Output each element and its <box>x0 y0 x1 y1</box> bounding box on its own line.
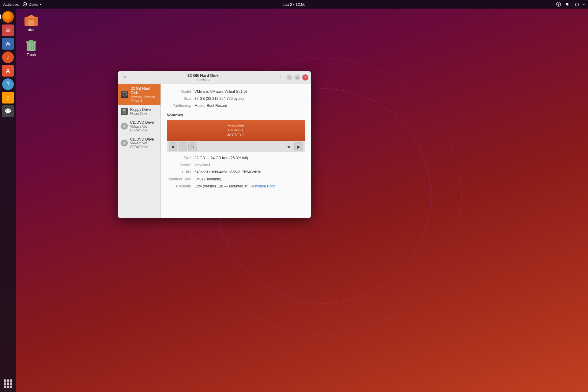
filesystem-root-link[interactable]: Filesystem Root <box>248 184 275 188</box>
cd2-name: CD/DVD Drive <box>130 137 157 141</box>
app-name-label: Disks <box>28 2 38 7</box>
partition-type-value: Linux (Bootable) <box>194 176 221 182</box>
window-body: 32 GB Hard Disk VMware, VMware Virtual S <box>118 84 311 218</box>
dock-icon-writer[interactable]: W <box>2 38 14 50</box>
titlebar-left: ≡ <box>120 73 129 82</box>
desktop-icon-home[interactable]: nick <box>19 11 43 33</box>
dock-icon-firefox[interactable] <box>2 11 14 23</box>
network-icon-svg <box>556 2 561 7</box>
sidebar-item-cd2[interactable]: CD/DVD Drive VMware Virt... CDRW Drive <box>118 135 160 151</box>
network-tray-icon[interactable] <box>556 1 562 7</box>
svg-point-3 <box>558 5 559 6</box>
partition-uuid-value: 548cdd1e-fef9-4e5e-8655-217b540cfb3b <box>194 169 261 175</box>
key-icon <box>190 145 195 149</box>
power-tray-icon[interactable] <box>574 1 580 7</box>
partition-bar[interactable]: Filesystem Partition 1 32 GB Ext4 <box>167 120 305 141</box>
volume-tray-icon[interactable] <box>565 1 571 7</box>
harddisk-text: 32 GB Hard Disk VMware, VMware Virtual S <box>131 86 157 103</box>
main-content: Model VMware, VMware Virtual S (1.0) Siz… <box>161 84 311 218</box>
dock-icon-chat[interactable]: 💬 <box>2 105 14 117</box>
app-menu-button[interactable]: Disks ▾ <box>22 2 41 7</box>
cd1-text: CD/DVD Drive VMware Virt... CDRW Drive <box>130 120 157 132</box>
disks-sidebar: 32 GB Hard Disk VMware, VMware Virtual S <box>118 84 161 218</box>
partition-device-label: Device <box>167 162 194 168</box>
partition-actions: ■ − ★ ▶ <box>167 141 305 152</box>
partition-contents-label: Contents <box>167 183 194 189</box>
partition-settings-button[interactable] <box>188 142 197 151</box>
volume-icon-svg <box>565 2 570 7</box>
window-maximize-button[interactable]: □ <box>294 74 300 81</box>
contents-prefix: Ext4 (version 1.0) — Mounted at <box>194 184 248 188</box>
dock-icon-software[interactable]: A <box>2 65 14 77</box>
sidebar-item-harddisk[interactable]: 32 GB Hard Disk VMware, VMware Virtual S <box>118 84 160 105</box>
home-folder-icon <box>24 12 39 27</box>
topbar: Activities Disks ▾ Jan 27 12:50 <box>0 0 588 9</box>
partition-size-label: Size <box>167 155 194 161</box>
sidebar-item-floppy[interactable]: Floppy Drive Floppy Drive <box>118 105 160 118</box>
desktop-icon-trash[interactable]: Trash <box>19 36 43 58</box>
model-value: VMware, VMware Virtual S (1.0) <box>194 89 247 95</box>
svg-rect-18 <box>123 112 125 113</box>
partition-star-button[interactable]: ★ <box>285 142 293 151</box>
show-applications-button[interactable] <box>2 378 14 390</box>
dock-icon-rhythmbox[interactable]: ♪ <box>2 51 14 63</box>
sidebar-item-cd1[interactable]: CD/DVD Drive VMware Virt... CDRW Drive <box>118 118 160 134</box>
partition-type-label-field: Partition Type <box>167 176 194 182</box>
chat-icon: 💬 <box>5 108 11 115</box>
activities-button[interactable]: Activities <box>3 2 19 7</box>
disks-menu-button[interactable]: ≡ <box>120 73 129 82</box>
svg-rect-16 <box>123 109 126 111</box>
disks-window: ≡ 32 GB Hard Disk /dev/sda ⋮ − □ ✕ <box>118 71 311 218</box>
partition-container: Filesystem Partition 1 32 GB Ext4 ■ − <box>167 120 305 152</box>
cd1-name: CD/DVD Drive <box>130 120 157 125</box>
window-close-button[interactable]: ✕ <box>302 74 308 81</box>
size-value: 32 GB (32,212,254,720 bytes) <box>194 96 244 102</box>
dock-icon-help[interactable]: ? <box>2 78 14 90</box>
partition-info: Size 32 GB — 24 GB free (25.3% full) Dev… <box>167 155 305 190</box>
partition-number-label: Partition 1 <box>228 128 243 133</box>
size-label: Size <box>167 96 194 102</box>
partition-stop-button[interactable]: ■ <box>169 142 177 151</box>
harddisk-icon <box>121 91 128 98</box>
dock: ✉ W ♪ A ? a 💬 <box>0 9 16 392</box>
partition-contents-value: Ext4 (version 1.0) — Mounted at Filesyst… <box>194 183 275 189</box>
desktop-icons-area: nick Trash <box>19 11 43 58</box>
floppy-text: Floppy Drive Floppy Drive <box>130 107 151 115</box>
window-subtitle: /dev/sda <box>197 78 209 81</box>
partition-uuid-label: UUID <box>167 169 194 175</box>
model-label: Model <box>167 89 194 95</box>
svg-rect-8 <box>28 20 34 26</box>
partitioning-label: Partitioning <box>167 103 194 109</box>
partition-type-row: Partition Type Linux (Bootable) <box>167 176 305 182</box>
floppy-icon <box>121 108 128 115</box>
partition-device-row: Device /dev/sda1 <box>167 162 305 168</box>
partition-shrink-button[interactable]: − <box>179 142 187 151</box>
floppy-name: Floppy Drive <box>130 107 151 112</box>
harddisk-name: 32 GB Hard Disk <box>131 86 157 95</box>
rhythmbox-icon: ♪ <box>6 54 9 61</box>
window-title-area: 32 GB Hard Disk /dev/sda <box>129 73 277 81</box>
volumes-title: Volumes <box>167 113 305 117</box>
partition-play-button[interactable]: ▶ <box>294 142 303 151</box>
window-controls: ⋮ − □ ✕ <box>277 74 308 81</box>
cd2-sub: VMware Virt... CDRW Drive <box>130 141 157 149</box>
power-icon-svg <box>575 2 579 7</box>
svg-point-19 <box>191 145 193 147</box>
partition-size-row: Size 32 GB — 24 GB free (25.3% full) <box>167 155 305 161</box>
window-more-button[interactable]: ⋮ <box>277 74 285 81</box>
app-menu-dropdown-icon: ▾ <box>40 3 41 6</box>
floppy-sub: Floppy Drive <box>130 112 151 115</box>
partition-type-label: 32 GB Ext4 <box>227 133 244 137</box>
home-folder-svg <box>24 12 39 27</box>
software-icon: A <box>6 67 10 74</box>
size-row: Size 32 GB (32,212,254,720 bytes) <box>167 96 305 102</box>
partitioning-value: Master Boot Record <box>194 103 227 109</box>
tray-dropdown-icon[interactable]: ▾ <box>583 2 585 6</box>
dock-icon-thunderbird[interactable]: ✉ <box>2 24 14 36</box>
partitioning-row: Partitioning Master Boot Record <box>167 103 305 109</box>
disks-app-icon <box>22 2 27 7</box>
window-minimize-button[interactable]: − <box>286 74 292 81</box>
firefox-icon-img <box>2 11 14 23</box>
trash-svg <box>24 37 39 52</box>
dock-icon-amazon[interactable]: a <box>2 92 14 104</box>
